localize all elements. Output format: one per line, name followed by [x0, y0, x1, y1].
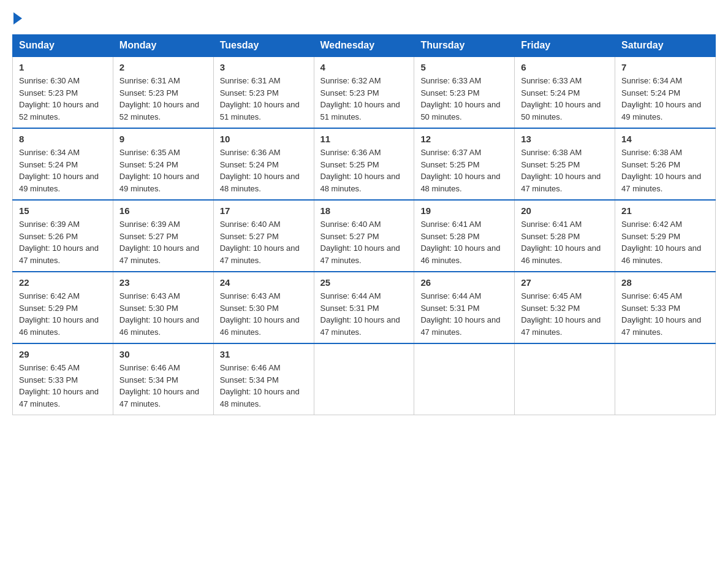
day-number: 9: [119, 134, 207, 144]
day-info: Sunrise: 6:46 AM Sunset: 5:34 PM Dayligh…: [119, 362, 207, 410]
day-number: 31: [220, 349, 308, 359]
calendar-cell: [515, 343, 615, 415]
day-number: 11: [320, 134, 408, 144]
logo: [12, 12, 23, 22]
calendar-cell: 31 Sunrise: 6:46 AM Sunset: 5:34 PM Dayl…: [213, 343, 314, 415]
day-info: Sunrise: 6:41 AM Sunset: 5:28 PM Dayligh…: [521, 218, 609, 266]
page-header: [12, 12, 716, 22]
calendar-cell: 13 Sunrise: 6:38 AM Sunset: 5:25 PM Dayl…: [515, 128, 615, 200]
weekday-header-saturday: Saturday: [615, 35, 716, 57]
calendar-cell: 29 Sunrise: 6:45 AM Sunset: 5:33 PM Dayl…: [13, 343, 113, 415]
calendar-week-1: 1 Sunrise: 6:30 AM Sunset: 5:23 PM Dayli…: [13, 56, 716, 128]
calendar-cell: 15 Sunrise: 6:39 AM Sunset: 5:26 PM Dayl…: [13, 200, 113, 272]
day-number: 12: [420, 134, 508, 144]
day-number: 7: [621, 62, 709, 72]
calendar-week-5: 29 Sunrise: 6:45 AM Sunset: 5:33 PM Dayl…: [13, 343, 716, 415]
calendar-cell: 2 Sunrise: 6:31 AM Sunset: 5:23 PM Dayli…: [113, 56, 213, 128]
day-info: Sunrise: 6:39 AM Sunset: 5:26 PM Dayligh…: [19, 218, 107, 266]
calendar-cell: 17 Sunrise: 6:40 AM Sunset: 5:27 PM Dayl…: [213, 200, 314, 272]
calendar-cell: 24 Sunrise: 6:43 AM Sunset: 5:30 PM Dayl…: [213, 272, 314, 343]
calendar-table: SundayMondayTuesdayWednesdayThursdayFrid…: [12, 34, 716, 415]
day-info: Sunrise: 6:34 AM Sunset: 5:24 PM Dayligh…: [621, 75, 709, 123]
logo-triangle-icon: [13, 12, 22, 25]
day-info: Sunrise: 6:34 AM Sunset: 5:24 PM Dayligh…: [19, 147, 107, 194]
calendar-week-3: 15 Sunrise: 6:39 AM Sunset: 5:26 PM Dayl…: [13, 200, 716, 272]
day-number: 5: [420, 62, 508, 72]
calendar-cell: 3 Sunrise: 6:31 AM Sunset: 5:23 PM Dayli…: [213, 56, 314, 128]
day-info: Sunrise: 6:40 AM Sunset: 5:27 PM Dayligh…: [220, 218, 308, 266]
day-info: Sunrise: 6:42 AM Sunset: 5:29 PM Dayligh…: [19, 290, 107, 338]
calendar-cell: 22 Sunrise: 6:42 AM Sunset: 5:29 PM Dayl…: [13, 272, 113, 343]
day-number: 29: [19, 349, 107, 359]
day-number: 20: [521, 205, 609, 216]
day-number: 4: [320, 62, 408, 72]
day-info: Sunrise: 6:45 AM Sunset: 5:32 PM Dayligh…: [521, 290, 609, 338]
calendar-cell: 6 Sunrise: 6:33 AM Sunset: 5:24 PM Dayli…: [515, 56, 615, 128]
day-number: 1: [19, 62, 107, 72]
day-info: Sunrise: 6:45 AM Sunset: 5:33 PM Dayligh…: [621, 290, 709, 338]
calendar-cell: 1 Sunrise: 6:30 AM Sunset: 5:23 PM Dayli…: [13, 56, 113, 128]
calendar-cell: 16 Sunrise: 6:39 AM Sunset: 5:27 PM Dayl…: [113, 200, 213, 272]
day-number: 22: [19, 277, 107, 288]
day-info: Sunrise: 6:41 AM Sunset: 5:28 PM Dayligh…: [420, 218, 508, 266]
calendar-cell: [615, 343, 716, 415]
day-number: 10: [220, 134, 308, 144]
day-info: Sunrise: 6:42 AM Sunset: 5:29 PM Dayligh…: [621, 218, 709, 266]
day-number: 17: [220, 205, 308, 216]
day-number: 25: [320, 277, 408, 288]
day-number: 14: [621, 134, 709, 144]
day-number: 27: [521, 277, 609, 288]
weekday-header-friday: Friday: [515, 35, 615, 57]
calendar-body: 1 Sunrise: 6:30 AM Sunset: 5:23 PM Dayli…: [13, 56, 716, 415]
day-number: 19: [420, 205, 508, 216]
day-info: Sunrise: 6:33 AM Sunset: 5:23 PM Dayligh…: [420, 75, 508, 123]
calendar-cell: [414, 343, 515, 415]
calendar-cell: 11 Sunrise: 6:36 AM Sunset: 5:25 PM Dayl…: [314, 128, 414, 200]
day-number: 26: [420, 277, 508, 288]
calendar-week-2: 8 Sunrise: 6:34 AM Sunset: 5:24 PM Dayli…: [13, 128, 716, 200]
day-info: Sunrise: 6:43 AM Sunset: 5:30 PM Dayligh…: [119, 290, 207, 338]
weekday-header-thursday: Thursday: [414, 35, 515, 57]
day-info: Sunrise: 6:43 AM Sunset: 5:30 PM Dayligh…: [220, 290, 308, 338]
day-number: 6: [521, 62, 609, 72]
day-info: Sunrise: 6:44 AM Sunset: 5:31 PM Dayligh…: [420, 290, 508, 338]
calendar-cell: 12 Sunrise: 6:37 AM Sunset: 5:25 PM Dayl…: [414, 128, 515, 200]
day-number: 23: [119, 277, 207, 288]
calendar-cell: 18 Sunrise: 6:40 AM Sunset: 5:27 PM Dayl…: [314, 200, 414, 272]
calendar-cell: 21 Sunrise: 6:42 AM Sunset: 5:29 PM Dayl…: [615, 200, 716, 272]
calendar-cell: 23 Sunrise: 6:43 AM Sunset: 5:30 PM Dayl…: [113, 272, 213, 343]
weekday-header-row: SundayMondayTuesdayWednesdayThursdayFrid…: [13, 35, 716, 57]
day-info: Sunrise: 6:33 AM Sunset: 5:24 PM Dayligh…: [521, 75, 609, 123]
calendar-cell: 9 Sunrise: 6:35 AM Sunset: 5:24 PM Dayli…: [113, 128, 213, 200]
day-info: Sunrise: 6:40 AM Sunset: 5:27 PM Dayligh…: [320, 218, 408, 266]
calendar-cell: 7 Sunrise: 6:34 AM Sunset: 5:24 PM Dayli…: [615, 56, 716, 128]
day-info: Sunrise: 6:37 AM Sunset: 5:25 PM Dayligh…: [420, 147, 508, 194]
calendar-cell: 14 Sunrise: 6:38 AM Sunset: 5:26 PM Dayl…: [615, 128, 716, 200]
day-info: Sunrise: 6:38 AM Sunset: 5:26 PM Dayligh…: [621, 147, 709, 194]
calendar-cell: 8 Sunrise: 6:34 AM Sunset: 5:24 PM Dayli…: [13, 128, 113, 200]
calendar-cell: 5 Sunrise: 6:33 AM Sunset: 5:23 PM Dayli…: [414, 56, 515, 128]
day-info: Sunrise: 6:44 AM Sunset: 5:31 PM Dayligh…: [320, 290, 408, 338]
calendar-cell: 10 Sunrise: 6:36 AM Sunset: 5:24 PM Dayl…: [213, 128, 314, 200]
day-info: Sunrise: 6:46 AM Sunset: 5:34 PM Dayligh…: [220, 362, 308, 410]
day-info: Sunrise: 6:38 AM Sunset: 5:25 PM Dayligh…: [521, 147, 609, 194]
weekday-header-tuesday: Tuesday: [213, 35, 314, 57]
calendar-cell: 25 Sunrise: 6:44 AM Sunset: 5:31 PM Dayl…: [314, 272, 414, 343]
weekday-header-wednesday: Wednesday: [314, 35, 414, 57]
day-number: 24: [220, 277, 308, 288]
day-number: 21: [621, 205, 709, 216]
day-info: Sunrise: 6:36 AM Sunset: 5:25 PM Dayligh…: [320, 147, 408, 194]
day-number: 28: [621, 277, 709, 288]
day-number: 16: [119, 205, 207, 216]
weekday-header-sunday: Sunday: [13, 35, 113, 57]
calendar-cell: [314, 343, 414, 415]
calendar-cell: 26 Sunrise: 6:44 AM Sunset: 5:31 PM Dayl…: [414, 272, 515, 343]
day-number: 8: [19, 134, 107, 144]
weekday-header-monday: Monday: [113, 35, 213, 57]
calendar-cell: 4 Sunrise: 6:32 AM Sunset: 5:23 PM Dayli…: [314, 56, 414, 128]
day-number: 13: [521, 134, 609, 144]
day-info: Sunrise: 6:39 AM Sunset: 5:27 PM Dayligh…: [119, 218, 207, 266]
day-info: Sunrise: 6:36 AM Sunset: 5:24 PM Dayligh…: [220, 147, 308, 194]
day-info: Sunrise: 6:31 AM Sunset: 5:23 PM Dayligh…: [119, 75, 207, 123]
day-number: 2: [119, 62, 207, 72]
